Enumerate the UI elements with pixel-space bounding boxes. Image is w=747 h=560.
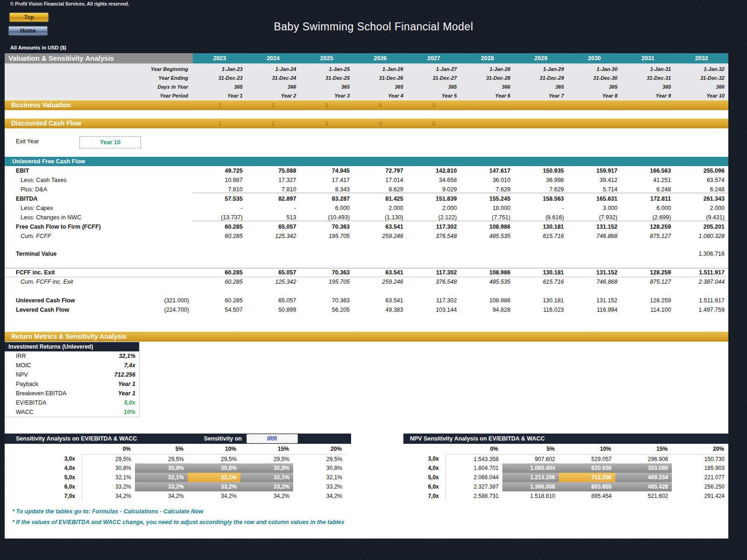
table-row: Unlevered Cash Flow(321.000)60.28565.057…	[5, 296, 728, 305]
row-header: 4,0x	[5, 463, 82, 473]
section-bar-discounted-cash-flow: Discounted Cash Flow 12345	[5, 119, 728, 128]
col-header: 0%	[445, 444, 502, 454]
date-cell: 1-Jan-32	[675, 66, 728, 72]
cell: 875.127	[621, 233, 675, 239]
exit-year-label: Exit Year	[16, 138, 39, 145]
date-cell: 31-Dec-28	[460, 75, 514, 81]
section-bar-label: Return Metrics & Sensitivity Analysis	[11, 333, 127, 340]
sensitivity-cell: 32,1%	[82, 473, 135, 482]
faint-period-number: 1	[193, 119, 247, 128]
exit-year-dropdown[interactable]: Year 10	[79, 136, 141, 148]
sensitivity-cells: 2.327.3871.366.008803.855465.428256.250	[445, 482, 728, 491]
cell: 255.096	[675, 168, 728, 174]
date-cell: 31-Dec-27	[407, 75, 461, 81]
metric-value: 7,4x	[88, 362, 139, 369]
col-header: 15%	[240, 444, 293, 454]
cell: 7.629	[460, 186, 514, 193]
sensitivity-cell: 30,8%	[293, 463, 346, 473]
date-row-label: Year Ending	[5, 75, 193, 81]
col-header: 20%	[671, 444, 728, 454]
sensitivity-cell: 32,1%	[135, 473, 188, 482]
row-label: FCFF inc. Exit	[5, 269, 193, 276]
metric-row: IRR32,1%	[5, 351, 139, 361]
table-row: EBITDA57.53582.89783.28781.425151.839155…	[5, 194, 728, 203]
cell: 485.535	[460, 233, 514, 239]
sensitivity-cell: 32,1%	[240, 473, 293, 482]
sensitivity-metric-dropdown[interactable]: IRR	[247, 434, 298, 443]
metric-row: NPV712.256	[5, 370, 139, 379]
sensitivity-cell: 33,2%	[293, 482, 346, 491]
sensitivity-cell: 712.256	[559, 473, 615, 482]
date-cell: 366	[460, 84, 514, 90]
date-cell: 365	[407, 84, 461, 90]
year-header-cell: 2026	[353, 53, 407, 63]
cell: 10.987	[193, 177, 247, 183]
cell: 49.725	[193, 168, 247, 174]
date-cell: 31-Dec-26	[353, 75, 407, 81]
metric-label: Payback	[5, 381, 88, 387]
cell: 117.302	[407, 297, 461, 304]
cell: -	[247, 205, 300, 211]
sensitivity-row: 6,0x2.327.3871.366.008803.855465.428256.…	[403, 482, 728, 491]
cell: 259.246	[353, 279, 407, 285]
row-header: 3,0x	[5, 454, 82, 463]
sensitivity-cell: 32,1%	[293, 473, 346, 482]
sensitivity-cell: 29,5%	[188, 455, 240, 463]
cell: 60.285	[193, 279, 247, 285]
date-cell: 1-Jan-25	[300, 66, 353, 72]
sensitivity-npv-title: NPV Sensitivity Analysis on EV/EBITDA & …	[403, 435, 728, 442]
date-cell: 1-Jan-27	[407, 66, 461, 72]
date-row-label: Days in Year	[5, 84, 193, 90]
cell: 131.152	[568, 297, 621, 304]
cell: 117.302	[407, 269, 461, 276]
cell: 108.986	[460, 297, 514, 304]
sensitivity-cell: 521.602	[615, 491, 672, 501]
date-row: Days in Year3653663653653653663653653653…	[5, 82, 728, 91]
cell	[621, 251, 675, 257]
date-row-label: Year Period	[5, 93, 193, 98]
cell: 60.285	[193, 224, 247, 230]
row-header: 7,0x	[5, 491, 82, 501]
row-cells: 57.53582.89783.28781.425151.839155.24515…	[193, 196, 728, 202]
metric-value: 5,0x	[88, 399, 139, 406]
date-cell: 31-Dec-30	[568, 75, 621, 81]
sensitivity-table-irr: Sensitivity Analysis on EV/EBITDA & WACC…	[5, 434, 351, 501]
cell: 195.705	[300, 279, 353, 285]
cell: 7.810	[193, 186, 247, 193]
cell: (2.122)	[407, 214, 461, 221]
cell: 376.548	[407, 279, 461, 285]
sensitivity-row: 5,0x32,1%32,1%32,1%32,1%32,1%	[5, 473, 351, 482]
metric-value: Year 1	[88, 390, 139, 397]
cell	[193, 251, 247, 257]
row-header: 4,0x	[403, 463, 445, 473]
table-row: Less: Capex--6.0002.0002.00018.000-3.000…	[5, 203, 728, 213]
date-row: Year Ending31-Dec-2331-Dec-2431-Dec-2531…	[5, 73, 728, 82]
col-header: 10%	[187, 444, 240, 454]
cell: 36.998	[514, 177, 568, 183]
investment-returns-rows: IRR32,1%MOIC7,4xNPV712.256PaybackYear 1B…	[5, 351, 139, 417]
sensitivity-irr-grid: 0%5%10%15%20%3,0x29,5%29,5%29,5%29,5%29,…	[5, 444, 351, 501]
cell: 128.259	[621, 269, 675, 276]
cell: 513	[247, 214, 300, 221]
date-cell: Year 4	[353, 93, 407, 98]
row-cells: --6.0002.0002.00018.000-3.0006.0002.000	[193, 205, 728, 211]
cell: 18.000	[460, 205, 514, 211]
col-header: 5%	[134, 444, 187, 454]
row-label: Less: Changes in NWC	[5, 214, 193, 221]
row-cells: (13.737)513(10.493)(1.130)(2.122)(7.751)…	[193, 214, 728, 221]
section-bar-label: Discounted Cash Flow	[11, 119, 81, 127]
cell: 166.563	[621, 168, 675, 174]
initial-value-cell: (224.700)	[139, 307, 193, 313]
row-cells: 60.28565.05770.36363.541117.302108.98613…	[193, 297, 728, 304]
cell: 2.000	[353, 205, 407, 211]
sensitivity-cell: 33,2%	[82, 482, 135, 491]
faint-period-number: 2	[247, 100, 300, 110]
sensitivity-cell: 907.602	[502, 455, 559, 463]
sensitivity-irr-title: Sensitivity Analysis on EV/EBITDA & WACC	[5, 435, 204, 442]
cell: 128.259	[621, 224, 675, 230]
cell: 63.574	[675, 177, 728, 183]
cell: 103.144	[407, 307, 461, 313]
table-row: Less: Changes in NWC(13.737)513(10.493)(…	[5, 213, 728, 222]
date-cell: 366	[675, 84, 728, 90]
cell: 70.363	[300, 269, 353, 276]
